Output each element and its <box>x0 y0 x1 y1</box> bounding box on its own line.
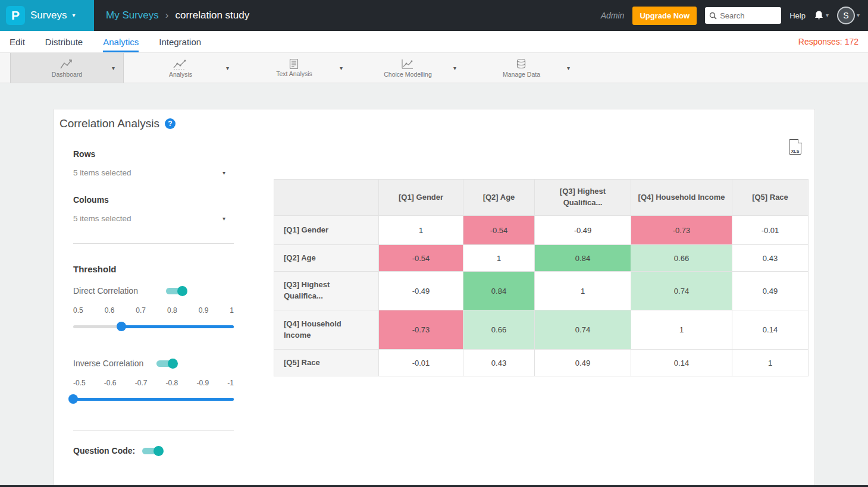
divider <box>73 430 234 431</box>
search-box[interactable] <box>705 7 781 24</box>
correlation-cell: -0.49 <box>535 216 631 245</box>
upgrade-now-button[interactable]: Upgrade Now <box>632 7 697 25</box>
question-code-label: Question Code: <box>73 446 142 455</box>
chevron-down-icon[interactable]: ▾ <box>567 65 570 71</box>
column-header: [Q3] Highest Qualifica... <box>535 180 631 216</box>
row-header: [Q4] Household Income <box>274 310 379 350</box>
chevron-down-icon[interactable]: ▾ <box>112 65 115 71</box>
correlation-cell: 0.84 <box>463 272 535 310</box>
search-input[interactable] <box>720 11 777 20</box>
rows-select[interactable]: 5 items selected ▾ <box>73 168 234 177</box>
correlation-cell: 0.49 <box>732 272 809 310</box>
correlation-cell: -0.54 <box>379 245 463 272</box>
correlation-cell: -0.49 <box>379 272 463 310</box>
table-row: [Q2] Age-0.5410.840.660.43 <box>274 245 809 272</box>
chevron-down-icon[interactable]: ▾ <box>453 65 456 71</box>
topbar-right-group: Admin Upgrade Now Help ▾ S ▾ <box>601 7 868 25</box>
tick-label: -0.5 <box>73 379 86 387</box>
correlation-controls-sidebar: Rows 5 items selected ▾ Coloums 5 items … <box>73 142 234 455</box>
column-header: [Q1] Gender <box>379 180 463 216</box>
tick-label: -1 <box>227 379 234 387</box>
threshold-label: Threshold <box>73 264 234 274</box>
direct-threshold-scale: 0.50.60.70.80.91 <box>73 306 234 315</box>
tab-analytics[interactable]: Analytics <box>103 31 139 52</box>
folded-corner-icon <box>798 139 802 143</box>
correlation-matrix-wrap: [Q1] Gender[Q2] Age[Q3] Highest Qualific… <box>274 179 809 376</box>
toolbar-item-dashboard[interactable]: Dashboard ▾ <box>10 53 124 83</box>
direct-correlation-row: Direct Correlation <box>73 286 234 296</box>
document-lines-icon <box>289 58 299 70</box>
bell-icon <box>814 10 824 21</box>
tab-edit[interactable]: Edit <box>10 31 25 52</box>
analytics-toolbar: Dashboard ▾ Analysis ▾ Text Analysis ▾ C… <box>0 53 868 83</box>
row-header: [Q3] Highest Qualifica... <box>274 272 379 310</box>
correlation-cell: 0.66 <box>463 310 535 350</box>
correlation-cell: -0.73 <box>379 310 463 350</box>
help-link[interactable]: Help <box>789 11 806 20</box>
admin-plan-label: Admin <box>601 11 625 20</box>
toolbar-item-label: Analysis <box>169 71 192 78</box>
correlation-cell: 0.43 <box>463 350 535 376</box>
correlation-cell: 0.74 <box>631 272 732 310</box>
chevron-down-icon: ▾ <box>826 12 829 18</box>
avatar: S <box>837 7 855 24</box>
tick-label: -0.9 <box>196 379 209 387</box>
topbar: P Surveys ▾ My Surveys › correlation stu… <box>0 0 868 31</box>
toolbar-item-choice-modelling[interactable]: Choice Modelling ▾ <box>351 53 465 83</box>
direct-threshold-slider[interactable] <box>73 322 234 331</box>
notifications-button[interactable]: ▾ <box>814 10 829 21</box>
table-corner-cell <box>274 180 379 216</box>
columns-select[interactable]: 5 items selected ▾ <box>73 214 234 223</box>
page-title: Correlation Analysis <box>59 117 159 130</box>
dashboard-chart-icon <box>59 58 75 70</box>
tick-label: 1 <box>230 306 234 315</box>
chevron-down-icon: ▾ <box>223 216 225 222</box>
slider-thumb[interactable] <box>117 322 126 331</box>
correlation-cell: 0.66 <box>631 245 732 272</box>
toolbar-item-label: Manage Data <box>503 71 540 78</box>
correlation-cell: 1 <box>631 310 732 350</box>
choice-modelling-chart-icon <box>400 58 415 70</box>
chevron-down-icon[interactable]: ▾ <box>226 65 229 71</box>
question-code-row: Question Code: <box>73 446 234 455</box>
columns-label: Coloums <box>73 195 234 205</box>
direct-correlation-toggle[interactable] <box>166 287 186 295</box>
tick-label: 0.7 <box>136 306 146 315</box>
correlation-cell: 1 <box>535 272 631 310</box>
breadcrumb: My Surveys › correlation study <box>106 10 249 21</box>
chevron-down-icon: ▾ <box>857 12 860 18</box>
toolbar-item-text-analysis[interactable]: Text Analysis ▾ <box>237 53 351 83</box>
table-row: [Q3] Highest Qualifica...-0.490.8410.740… <box>274 272 809 310</box>
breadcrumb-my-surveys-link[interactable]: My Surveys <box>106 10 159 21</box>
product-label: Surveys <box>30 10 67 21</box>
chevron-down-icon[interactable]: ▾ <box>340 65 343 71</box>
tick-label: 0.5 <box>73 306 83 315</box>
export-xls-button[interactable]: XLS <box>789 139 801 155</box>
tick-label: -0.8 <box>166 379 178 387</box>
toolbar-item-manage-data[interactable]: Manage Data ▾ <box>465 53 578 83</box>
tick-label: 0.9 <box>199 306 209 315</box>
tab-integration[interactable]: Integration <box>159 31 201 52</box>
question-code-toggle[interactable] <box>142 447 162 455</box>
inverse-threshold-slider[interactable] <box>73 394 234 404</box>
inverse-correlation-row: Inverse Correlation <box>73 359 234 368</box>
correlation-cell: 0.14 <box>732 310 809 350</box>
help-tooltip-icon[interactable]: ? <box>165 118 176 129</box>
tick-label: 0.8 <box>167 306 177 315</box>
inverse-correlation-label: Inverse Correlation <box>73 359 156 368</box>
toolbar-item-label: Dashboard <box>52 71 82 78</box>
surveys-product-switcher[interactable]: P Surveys ▾ <box>0 0 94 31</box>
correlation-cell: 1 <box>732 350 809 376</box>
responses-count[interactable]: Responses: 172 <box>798 31 858 52</box>
chevron-down-icon: ▾ <box>223 170 225 176</box>
rows-label: Rows <box>73 149 234 159</box>
correlation-cell: 0.43 <box>732 245 809 272</box>
correlation-cell: 1 <box>379 216 463 245</box>
table-row: [Q1] Gender1-0.54-0.49-0.73-0.01 <box>274 216 809 245</box>
toolbar-item-label: Text Analysis <box>276 70 312 77</box>
tab-distribute[interactable]: Distribute <box>45 31 83 52</box>
inverse-correlation-toggle[interactable] <box>156 359 177 367</box>
account-menu[interactable]: S ▾ <box>837 7 860 24</box>
toolbar-item-analysis[interactable]: Analysis ▾ <box>124 53 237 83</box>
slider-thumb[interactable] <box>68 394 78 404</box>
